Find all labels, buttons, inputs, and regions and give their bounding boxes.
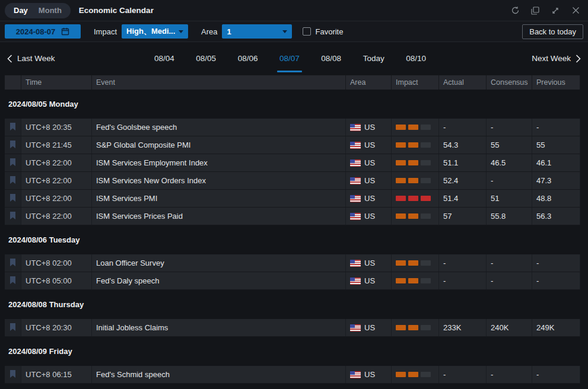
bookmark-icon[interactable] <box>9 323 17 333</box>
bookmark-cell <box>5 154 21 171</box>
day-tab-08-10[interactable]: 08/10 <box>405 50 427 66</box>
actual-cell: 52.4 <box>439 172 487 189</box>
tab-day[interactable]: Day <box>8 3 33 18</box>
impact-bar <box>396 178 406 183</box>
chevron-left-icon <box>7 55 12 63</box>
impact-bars <box>396 213 431 219</box>
area-cell: US <box>346 319 392 336</box>
table-row[interactable]: UTC+8 22:00ISM Services PMIUS51.45148.8 <box>5 190 580 208</box>
close-icon[interactable] <box>570 5 581 16</box>
area-code: US <box>364 141 375 149</box>
impact-select[interactable]: High、Medi... <box>122 24 188 39</box>
area-select-value: 1 <box>227 27 231 36</box>
bookmark-cell <box>5 190 21 207</box>
events-table: TimeEventAreaImpactActualConsensusPrevio… <box>5 75 580 384</box>
refresh-icon[interactable] <box>510 5 520 16</box>
time-cell: UTC+8 05:00 <box>21 272 92 289</box>
next-week-label: Next Week <box>532 54 571 63</box>
area-code: US <box>364 370 375 379</box>
bookmark-icon[interactable] <box>9 158 17 168</box>
week-nav: Last Week 08/0408/0508/0608/0708/08Today… <box>0 42 588 75</box>
bookmark-icon[interactable] <box>9 176 17 186</box>
consensus-cell: 51 <box>487 190 532 207</box>
impact-bar <box>421 142 431 148</box>
area-select[interactable]: 1 <box>222 24 292 39</box>
us-flag-icon <box>350 371 361 378</box>
flag-canton <box>350 371 355 375</box>
bookmark-icon[interactable] <box>9 369 17 380</box>
next-week-button[interactable]: Next Week <box>532 54 581 63</box>
area-cell: US <box>346 119 392 136</box>
bookmark-icon[interactable] <box>9 122 17 133</box>
impact-cell <box>392 119 439 136</box>
day-tab-08-07[interactable]: 08/07 <box>278 50 301 66</box>
impact-bar <box>421 372 431 377</box>
impact-bar <box>408 278 418 283</box>
flag-canton <box>350 160 355 163</box>
table-header: TimeEventAreaImpactActualConsensusPrevio… <box>5 75 580 90</box>
view-toggle: Day Month <box>5 3 71 18</box>
day-tab-08-05[interactable]: 08/05 <box>195 50 217 66</box>
day-tab-08-08[interactable]: 08/08 <box>320 50 342 66</box>
event-cell: ISM Services Prices Paid <box>92 208 346 225</box>
time-cell: UTC+8 22:00 <box>21 172 92 189</box>
bookmark-icon[interactable] <box>9 276 17 286</box>
event-cell: ISM Services Employment Index <box>92 154 346 171</box>
day-tab-08-06[interactable]: 08/06 <box>237 50 259 66</box>
header-cell-actual: Actual <box>439 75 487 90</box>
actual-cell: - <box>439 366 487 383</box>
chevron-down-icon <box>179 30 183 36</box>
impact-bar <box>396 125 406 130</box>
bookmark-icon[interactable] <box>9 211 17 222</box>
flag-canton <box>350 142 355 145</box>
bookmark-icon[interactable] <box>9 193 17 204</box>
last-week-label: Last Week <box>17 54 55 63</box>
favorite-filter[interactable]: Favorite <box>303 27 343 36</box>
table-row[interactable]: UTC+8 06:15Fed's Schmid speechUS--- <box>5 366 580 384</box>
consensus-cell: - <box>487 272 532 289</box>
actual-cell: - <box>439 272 487 289</box>
time-cell: UTC+8 20:30 <box>21 319 92 336</box>
impact-bar <box>421 125 431 130</box>
back-to-today-button[interactable]: Back to today <box>522 24 583 39</box>
bookmark-icon[interactable] <box>9 258 17 269</box>
table-row[interactable]: UTC+8 21:45S&P Global Composite PMIUS54.… <box>5 136 580 154</box>
impact-bar <box>408 125 418 130</box>
impact-bar <box>396 325 406 330</box>
date-picker-value: 2024-08-07 <box>16 27 56 36</box>
impact-bars <box>396 278 431 283</box>
calendar-icon <box>61 27 69 36</box>
header-cell-event: Event <box>92 75 346 90</box>
table-row[interactable]: UTC+8 22:00ISM Services New Orders Index… <box>5 172 580 190</box>
favorite-checkbox[interactable] <box>303 27 311 36</box>
time-cell: UTC+8 06:15 <box>21 366 92 383</box>
day-tab-08-04[interactable]: 08/04 <box>153 50 176 66</box>
impact-bar <box>408 372 418 377</box>
table-row[interactable]: UTC+8 22:00ISM Services Prices PaidUS575… <box>5 208 580 225</box>
impact-bar <box>408 160 418 165</box>
time-cell: UTC+8 22:00 <box>21 208 92 225</box>
area-cell: US <box>346 366 392 383</box>
area-code: US <box>364 259 375 267</box>
section-date-header: 2024/08/08 Thursday <box>5 290 580 319</box>
previous-cell: - <box>532 119 580 136</box>
table-row[interactable]: UTC+8 02:00Loan Officer SurveyUS--- <box>5 254 580 272</box>
day-tab-today[interactable]: Today <box>362 50 386 66</box>
bookmark-icon[interactable] <box>9 140 17 151</box>
consensus-cell: 240K <box>487 319 532 336</box>
us-flag-icon <box>350 177 361 184</box>
page-title: Economic Calendar <box>79 6 154 15</box>
impact-cell <box>392 208 439 225</box>
duplicate-icon[interactable] <box>530 5 541 16</box>
tab-month[interactable]: Month <box>33 3 67 18</box>
table-row[interactable]: UTC+8 20:30Initial Jobless ClaimsUS233K2… <box>5 319 580 337</box>
area-code: US <box>364 158 375 167</box>
consensus-cell: - <box>487 366 532 383</box>
table-row[interactable]: UTC+8 20:35Fed's Goolsbee speechUS--- <box>5 119 580 136</box>
table-row[interactable]: UTC+8 22:00ISM Services Employment Index… <box>5 154 580 172</box>
impact-bars <box>396 196 431 201</box>
table-row[interactable]: UTC+8 05:00Fed's Daly speechUS--- <box>5 272 580 290</box>
last-week-button[interactable]: Last Week <box>7 54 55 63</box>
date-picker[interactable]: 2024-08-07 <box>5 24 81 39</box>
expand-icon[interactable] <box>550 5 561 16</box>
